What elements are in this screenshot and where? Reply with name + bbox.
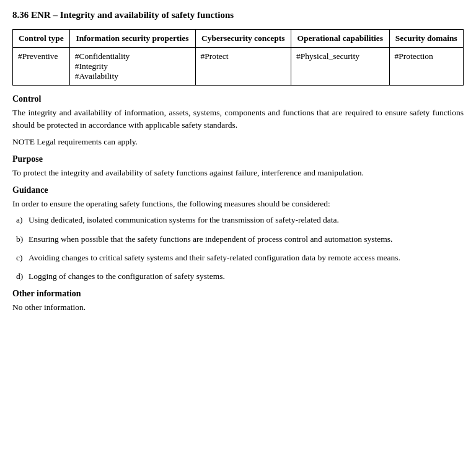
other-information-section: Other information No other information. — [12, 289, 464, 314]
list-item-a: a) Using dedicated, isolated communicati… — [12, 214, 464, 226]
purpose-body: To protect the integrity and availabilit… — [12, 167, 464, 179]
cell-control-type: #Preventive — [13, 48, 70, 86]
list-item-d: d) Logging of changes to the configurati… — [12, 270, 464, 283]
guidance-heading: Guidance — [12, 185, 464, 195]
page-title: 8.36 ENR – Integrity and availability of… — [12, 10, 464, 20]
table-row: #Preventive #Confidentiality #Integrity … — [13, 48, 464, 86]
col-header-cybersecurity: Cybersecurity concepts — [195, 30, 291, 48]
list-label-c: c) — [12, 252, 29, 264]
cell-info-security: #Confidentiality #Integrity #Availabilit… — [69, 48, 195, 86]
other-info-body: No other information. — [12, 301, 464, 314]
properties-table: Control type Information security proper… — [12, 29, 464, 86]
control-note: NOTE Legal requirements can apply. — [12, 136, 464, 148]
purpose-heading: Purpose — [12, 154, 464, 164]
list-label-d: d) — [12, 270, 29, 283]
list-content-d: Logging of changes to the configuration … — [29, 270, 464, 283]
purpose-section: Purpose To protect the integrity and ava… — [12, 154, 464, 179]
list-content-b: Ensuring when possible that the safety f… — [29, 233, 464, 245]
list-item-b: b) Ensuring when possible that the safet… — [12, 233, 464, 245]
list-label-b: b) — [12, 233, 29, 245]
list-content-a: Using dedicated, isolated communication … — [29, 214, 464, 226]
cell-cybersecurity: #Protect — [195, 48, 291, 86]
guidance-section: Guidance In order to ensure the operatin… — [12, 185, 464, 283]
cell-security-domains: #Protection — [389, 48, 463, 86]
col-header-security-domains: Security domains — [389, 30, 463, 48]
control-body: The integrity and availability of inform… — [12, 107, 464, 132]
list-label-a: a) — [12, 214, 29, 226]
cell-operational: #Physical_security — [291, 48, 389, 86]
col-header-info-security: Information security properties — [69, 30, 195, 48]
control-heading: Control — [12, 94, 464, 104]
col-header-operational: Operational capabilities — [291, 30, 389, 48]
list-content-c: Avoiding changes to critical safety syst… — [29, 252, 464, 264]
other-info-heading: Other information — [12, 289, 464, 299]
control-section: Control The integrity and availability o… — [12, 94, 464, 148]
guidance-intro: In order to ensure the operating safety … — [12, 198, 464, 210]
col-header-control-type: Control type — [13, 30, 70, 48]
list-item-c: c) Avoiding changes to critical safety s… — [12, 252, 464, 264]
